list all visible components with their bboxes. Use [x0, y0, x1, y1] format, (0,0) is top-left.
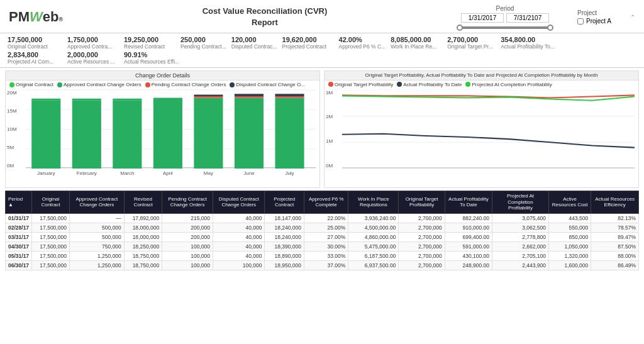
table-cell: 550,000 — [549, 223, 591, 232]
kpi-pending: 250,000 Pending Contract... — [180, 36, 231, 50]
table-cell: 33.00% — [304, 251, 348, 260]
kpi-row1: 17,500,000 Original Contract 1,750,000 A… — [8, 36, 636, 50]
svg-rect-9 — [113, 100, 142, 169]
kpi-projected-at-com: 2,834,800 Projected At Com... — [8, 51, 67, 65]
table-cell: 40,000 — [213, 213, 265, 223]
legend-projected-at-completion: Projected At Completion Profitability — [465, 82, 552, 87]
table-cell: 86.49% — [591, 260, 639, 270]
svg-text:July: July — [285, 170, 294, 176]
table-cell: 01/31/17 — [6, 213, 32, 223]
slider-right-handle[interactable] — [547, 25, 553, 31]
kpi-revised-contract: 19,250,000 Revised Contract — [124, 36, 180, 50]
kpi-label: Actual Profitability To... — [501, 43, 555, 50]
table-cell: 40,000 — [213, 223, 265, 232]
svg-rect-16 — [235, 98, 264, 169]
table-section: Period ▲ Original Contract Approved Cont… — [0, 191, 644, 270]
kpi-original-contract: 17,500,000 Original Contract — [8, 36, 67, 50]
table-cell: 1,250,000 — [69, 260, 124, 270]
svg-text:May: May — [204, 170, 213, 176]
col-orig-target-profit: Original Target Profitability — [399, 191, 445, 214]
period-label: Period — [496, 5, 514, 12]
data-table: Period ▲ Original Contract Approved Cont… — [5, 191, 639, 270]
kpi-label: Approved Contra... — [67, 43, 119, 50]
table-cell: 2,705,100 — [492, 251, 549, 260]
kpi-value: 2,700,000 — [447, 36, 496, 43]
header-expand-icon[interactable]: ⌃ — [630, 14, 635, 21]
svg-rect-12 — [153, 98, 182, 100]
table-cell: 89.47% — [591, 232, 639, 241]
table-cell: 100,000 — [213, 260, 265, 270]
kpi-row2: 2,834,800 Projected At Com... 2,000,000 … — [8, 51, 636, 65]
svg-rect-19 — [275, 98, 304, 169]
table-cell: 17,500,000 — [32, 232, 70, 241]
table-cell: 100,000 — [162, 260, 213, 270]
table-cell: 2,700,000 — [399, 223, 445, 232]
table-row: 03/31/1717,500,000500,00018,000,000200,0… — [6, 232, 639, 241]
table-cell: 17,500,000 — [32, 223, 70, 232]
kpi-disputed: 120,000 Disputed Contrac... — [231, 36, 282, 50]
table-cell: 200,000 — [162, 232, 213, 241]
table-cell: 03/31/17 — [6, 232, 32, 241]
table-cell: 2,443,900 — [492, 260, 549, 270]
table-cell: 18,390,000 — [265, 241, 304, 251]
table-row: 02/28/1717,500,000500,00018,000,000200,0… — [6, 223, 639, 232]
kpi-label: Actual Resources Effi... — [124, 58, 179, 65]
table-cell: 2,700,000 — [399, 213, 445, 223]
table-cell: 5,475,000.00 — [348, 241, 399, 251]
period-slider[interactable] — [458, 26, 552, 29]
kpi-label: Revised Contract — [124, 43, 175, 50]
table-cell: 750,000 — [69, 241, 124, 251]
slider-left-handle[interactable] — [457, 25, 463, 31]
kpi-approved-contract: 1,750,000 Approved Contra... — [67, 36, 124, 50]
svg-rect-18 — [235, 94, 264, 96]
table-cell: 02/28/17 — [6, 223, 32, 232]
table-cell: 18,147,000 — [265, 213, 304, 223]
kpi-value: 2,000,000 — [67, 51, 119, 58]
charts-section: Change Order Details Original Contract A… — [0, 68, 644, 191]
table-cell: 18,890,000 — [265, 251, 304, 260]
logo-eb: eb — [43, 9, 59, 25]
legend-original-target: Original Target Profitability — [328, 82, 393, 87]
table-cell: 17,500,000 — [32, 260, 70, 270]
table-cell: 100,000 — [162, 251, 213, 260]
kpi-label: Projected Contract — [282, 43, 334, 50]
table-cell: 2,700,000 — [399, 251, 445, 260]
table-cell: 06/30/17 — [6, 260, 32, 270]
col-work-in-place: Work In Place Requisitions — [348, 191, 399, 214]
kpi-value: 42.00% — [339, 36, 386, 43]
bar-chart-box: Change Order Details Original Contract A… — [5, 70, 320, 188]
period-start-input[interactable] — [461, 13, 504, 23]
kpi-label: Original Target Pr... — [447, 43, 496, 50]
report-title: Cost Value Reconciliation (CVR) Report — [84, 6, 445, 28]
line-chart-box: Original Target Profitability, Actual Pr… — [324, 70, 639, 188]
kpi-value: 19,250,000 — [124, 36, 175, 43]
bar-chart-area: 20M 15M 10M 5M 0M — [6, 89, 319, 180]
header: PM W eb ® Cost Value Reconciliation (CVR… — [0, 0, 644, 33]
table-cell: 4,500,000.00 — [348, 223, 399, 232]
svg-text:June: June — [243, 170, 255, 176]
project-checkbox[interactable] — [577, 18, 584, 25]
table-cell: — — [69, 213, 124, 223]
line-chart-area: 3M 2M 1M 0M January February M — [325, 89, 638, 180]
kpi-projected-contract: 19,620,000 Projected Contract — [282, 36, 339, 50]
table-cell: 200,000 — [162, 223, 213, 232]
kpi-value: 90.91% — [124, 51, 179, 58]
logo-w: W — [30, 9, 43, 25]
table-cell: 2,700,000 — [399, 241, 445, 251]
svg-text:March: March — [120, 170, 134, 176]
project-name: Project A — [586, 18, 611, 25]
table-cell: 18,000,000 — [124, 223, 162, 232]
table-header-row: Period ▲ Original Contract Approved Cont… — [6, 191, 639, 214]
table-cell: 40,000 — [213, 232, 265, 241]
table-cell: 1,050,000 — [549, 241, 591, 251]
kpi-active-resources: 2,000,000 Active Resources ... — [67, 51, 124, 65]
table-row: 01/31/1717,500,000—17,892,000215,00040,0… — [6, 213, 639, 223]
col-original-contract: Original Contract — [32, 191, 70, 214]
table-cell: 699,400.00 — [445, 232, 492, 241]
table-cell: 2,700,000 — [399, 232, 445, 241]
period-end-input[interactable] — [506, 13, 549, 23]
kpi-label: Work In Place Re... — [391, 43, 442, 50]
line-chart-legend: Original Target Profitability Actual Pro… — [325, 80, 638, 89]
table-cell: 3,936,240.00 — [348, 213, 399, 223]
table-cell: 88.00% — [591, 251, 639, 260]
